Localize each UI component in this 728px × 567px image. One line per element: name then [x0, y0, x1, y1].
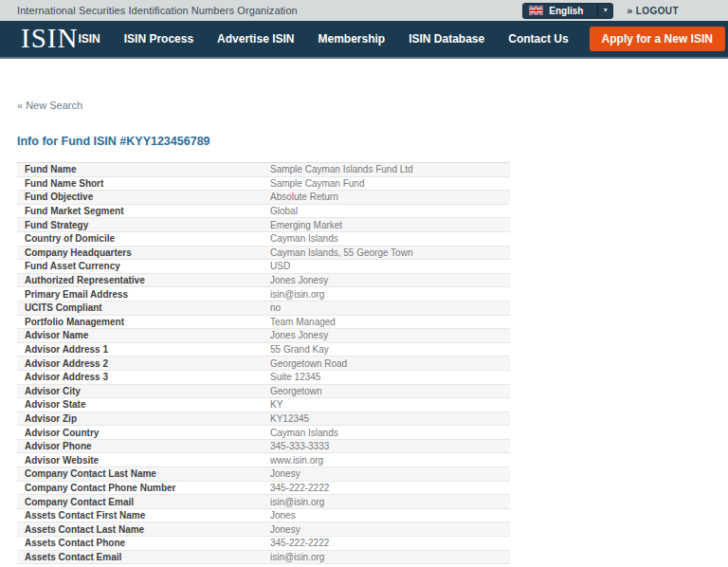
row-value: www.isin.org [263, 453, 510, 467]
row-value: no [263, 301, 510, 315]
new-search-back-link[interactable]: « New Search [17, 100, 82, 111]
row-value: Cayman Islands [263, 426, 510, 440]
table-row: Company Contact Phone Number 345-222-222… [17, 481, 510, 495]
row-value: Sample Cayman Fund [263, 176, 510, 191]
row-label: Primary Email Address [17, 287, 263, 302]
row-value: Suite 12345 [263, 370, 510, 384]
table-row: Company Contact Last Name Jonesy [17, 467, 510, 482]
row-value: 345-222-2222 [263, 537, 510, 551]
row-label: Company Contact Last Name [17, 467, 263, 482]
table-row: Advisor State KY [17, 398, 510, 412]
row-value: Emerging Market [263, 218, 510, 232]
row-value: 55 Grand Kay [263, 342, 510, 357]
row-value: KY [263, 398, 510, 412]
nav-item-contact-us[interactable]: Contact Us [508, 32, 568, 46]
table-row: Country of Domicile Cayman Islands [17, 231, 510, 246]
row-label: Fund Name [17, 163, 263, 177]
row-value: Georgetown [263, 384, 510, 398]
row-value: Jones Jonesy [263, 329, 510, 343]
row-label: Fund Market Segment [17, 204, 263, 218]
language-select[interactable]: English ▾ [522, 3, 613, 19]
row-label: Authorized Representative [17, 273, 263, 287]
table-row: UCITS Compliant no [17, 301, 510, 315]
apply-new-isin-button[interactable]: Apply for a New ISIN [590, 27, 725, 51]
fund-info-table-body: Fund Name Sample Cayman Islands Fund Ltd… [17, 163, 510, 567]
row-label: Assets Contact Last Name [17, 522, 263, 537]
table-row: Advisor Address 3 Suite 12345 [17, 370, 510, 384]
row-value: isin@isin.org [263, 287, 510, 302]
table-row: Fund Strategy Emerging Market [17, 218, 510, 232]
table-row: Authorized Representative Jones Jonesy [17, 273, 510, 287]
table-row: Fund Objective Absolute Return [17, 191, 510, 205]
nav-item-isin-database[interactable]: ISIN Database [409, 32, 484, 46]
row-label: Company Headquarters [17, 246, 263, 260]
nav-item-advertise-isin[interactable]: Advertise ISIN [217, 32, 294, 46]
row-value: Global [263, 204, 510, 218]
row-label: Company Contact Email [17, 495, 263, 509]
row-label: Advisor Country [17, 426, 263, 440]
table-row: Advisor Website www.isin.org [17, 453, 510, 467]
table-row: Advisor Zip KY12345 [17, 412, 510, 426]
utility-right-group: English ▾ » LOGOUT [522, 3, 679, 19]
row-label: Advisor Website [17, 453, 263, 467]
row-label: Country of Domicile [17, 231, 263, 246]
table-row: Fund Market Segment Global [17, 204, 510, 218]
row-label: Fund Name Short [17, 176, 263, 191]
content-area: « New Search Info for Fund ISIN #KYY1234… [0, 59, 728, 567]
table-row: Advisor Phone 345-333-3333 [17, 439, 510, 453]
chevron-right-icon: » [627, 6, 633, 16]
row-label: Advisor City [17, 384, 263, 398]
row-value: Absolute Return [263, 191, 510, 205]
row-label: Assets Contact Phone [17, 537, 263, 551]
row-label: Advisor Address 1 [17, 342, 263, 357]
row-value: Jones Jonesy [263, 273, 510, 287]
row-value: 345-222-2222 [263, 481, 510, 495]
uk-flag-icon [529, 6, 543, 15]
row-value: Team Managed [263, 315, 510, 329]
row-label: Advisor Zip [17, 412, 263, 426]
row-label: UCITS Compliant [17, 301, 263, 315]
page-title: Info for Fund ISIN #KYY123456789 [17, 135, 711, 148]
nav-item-membership[interactable]: Membership [318, 32, 385, 46]
nav-item-isin-process[interactable]: ISIN Process [124, 32, 193, 46]
row-label: Assets Contact Email [17, 550, 263, 564]
logout-label: LOGOUT [636, 6, 679, 16]
table-row: Assets Contact Email isin@isin.org [17, 550, 510, 564]
row-value: isin@isin.org [263, 550, 510, 564]
row-label: Advisor Address 2 [17, 357, 263, 371]
row-value: Jonesy [263, 522, 510, 537]
table-row: Fund Asset Currency USD [17, 260, 510, 274]
row-value: Jones [263, 508, 510, 522]
table-row: Company Headquarters Cayman Islands, 55 … [17, 246, 510, 260]
table-row: Advisor Country Cayman Islands [17, 426, 510, 440]
row-label: Advisor Name [17, 329, 263, 343]
row-label: Fund Strategy [17, 218, 263, 232]
chevron-down-icon: ▾ [604, 7, 608, 14]
table-row: Advisor City Georgetown [17, 384, 510, 398]
row-label: Portfolio Management [17, 315, 263, 329]
language-selected-label: English [549, 6, 597, 16]
fund-info-table: Fund Name Sample Cayman Islands Fund Ltd… [17, 162, 510, 567]
table-row: Company Contact Email isin@isin.org [17, 495, 510, 509]
table-row: Advisor Name Jones Jonesy [17, 329, 510, 343]
row-value: Cayman Islands [263, 231, 510, 246]
row-value: USD [263, 260, 510, 274]
row-value: isin@isin.org [263, 495, 510, 509]
table-row: Fund Name Short Sample Cayman Fund [17, 176, 510, 191]
row-label: Fund Asset Currency [17, 260, 263, 274]
row-value: Sample Cayman Islands Fund Ltd [263, 163, 510, 177]
table-row: Advisor Address 2 Georgetown Road [17, 357, 510, 371]
row-value: Cayman Islands, 55 George Town [263, 246, 510, 260]
nav-item-isin[interactable]: ISIN [78, 32, 100, 46]
logout-link[interactable]: » LOGOUT [627, 6, 679, 16]
row-label: Advisor State [17, 398, 263, 412]
table-row: Fund Name Sample Cayman Islands Fund Ltd [17, 163, 510, 177]
isin-logo[interactable]: ISIN [21, 25, 78, 52]
org-title: International Securities Identification … [17, 5, 298, 16]
row-value: KY12345 [263, 412, 510, 426]
table-row: Assets Contact Phone 345-222-2222 [17, 537, 510, 551]
row-label: Advisor Phone [17, 439, 263, 453]
utility-bar: International Securities Identification … [0, 0, 728, 21]
row-value: Georgetown Road [263, 357, 510, 371]
row-value: 345-333-3333 [263, 439, 510, 453]
